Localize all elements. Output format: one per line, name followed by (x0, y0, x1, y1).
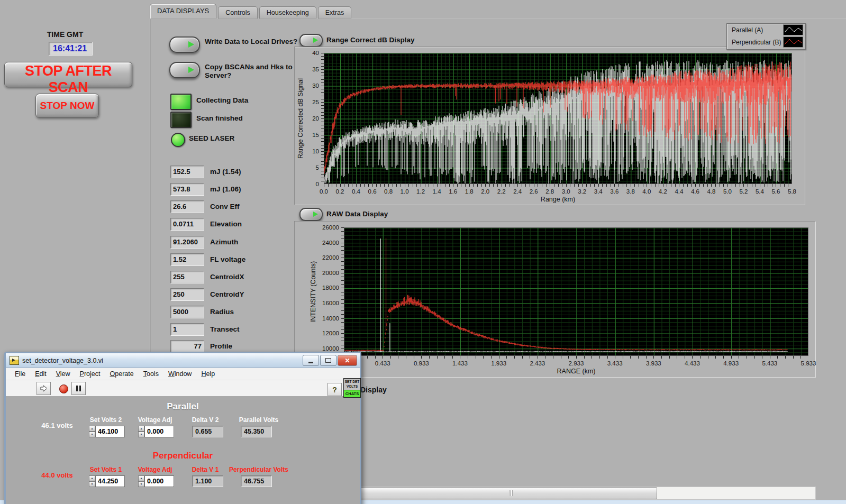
x-tick-label: 4.433 (685, 360, 700, 366)
vi-toolbar: ? (6, 380, 360, 397)
tab-extras[interactable]: Extras (318, 6, 351, 19)
collecting-data-led (170, 94, 192, 110)
spinner-up-icon[interactable]: ▲ (138, 475, 144, 481)
x-tick-label: 5.433 (762, 360, 777, 366)
x-tick-label: 5.933 (801, 360, 816, 366)
x-tick-label: 0.6 (368, 188, 377, 195)
y-tick-label: 18000 (322, 285, 339, 291)
spinner: ▲▼ (138, 475, 144, 487)
run-arrow-icon (40, 385, 48, 392)
green-arrow-icon (188, 41, 194, 48)
legend-row-parallel[interactable]: Parallel (A) (727, 24, 805, 36)
x-tick-label: 3.8 (626, 188, 635, 195)
menu-item-window[interactable]: Window (163, 370, 196, 378)
spinner-down-icon[interactable]: ▼ (89, 481, 95, 487)
voltage-adj-control: ▲▼ (138, 475, 174, 487)
tab-controls[interactable]: Controls (218, 6, 258, 19)
y-tick-label: 12000 (322, 330, 339, 336)
x-axis-tick-marks (344, 356, 808, 359)
tab-strip: DATA DISPLAYSControlsHousekeepingExtras (150, 4, 353, 19)
vi-title-bar[interactable]: set_detector_voltage_3.0.vi ✕ (6, 353, 360, 368)
maximize-icon (325, 358, 331, 363)
set-det-volts-badge: SET DET VOLTS (343, 378, 361, 391)
legend-perpendicular-line-icon (783, 36, 803, 48)
field-value-mj-1-06: 573.8 (170, 183, 204, 196)
menu-item-operate[interactable]: Operate (105, 370, 139, 378)
stop-now-button[interactable]: STOP NOW (35, 94, 99, 118)
set-volts-1-input[interactable] (95, 475, 125, 487)
y-tick-label: 10 (312, 148, 319, 154)
horizontal-scrollbar[interactable] (358, 487, 816, 500)
close-button[interactable]: ✕ (338, 355, 357, 366)
x-tick-label: 5.4 (756, 188, 764, 195)
tab-housekeeping[interactable]: Housekeeping (259, 6, 316, 19)
spinner-down-icon[interactable]: ▼ (138, 481, 144, 487)
help-button[interactable]: ? (328, 383, 342, 396)
pause-icon (76, 386, 81, 391)
abort-icon[interactable] (59, 384, 68, 393)
menu-item-view[interactable]: View (51, 370, 75, 378)
field-row-conv-eff: 26.6Conv Eff (170, 200, 240, 213)
spinner-up-icon[interactable]: ▲ (89, 426, 95, 432)
voltage-adj-input[interactable] (144, 426, 174, 437)
legend-row-perpendicular[interactable]: Perpendicular (B) (727, 36, 805, 48)
x-tick-label: 2.0 (481, 188, 489, 195)
range-correct-display-toggle[interactable] (299, 34, 323, 47)
x-tick-label: 5.8 (788, 188, 796, 195)
menu-item-edit[interactable]: Edit (30, 370, 51, 378)
scrollbar-thumb[interactable] (359, 487, 657, 499)
spinner: ▲▼ (89, 426, 95, 437)
set-volts-2-input[interactable] (95, 426, 125, 437)
x-tick-label: 0.8 (384, 188, 393, 195)
x-tick-label: 2.4 (513, 188, 522, 195)
parallel-volts-label: Parallel Volts (222, 416, 296, 424)
spinner-down-icon[interactable]: ▼ (138, 432, 144, 437)
field-row-mj-1-06: 573.8mJ (1.06) (170, 183, 241, 196)
field-row-centroidx: 255CentroidX (170, 271, 244, 283)
field-label-conv-eff: Conv Eff (210, 200, 240, 213)
maximize-button[interactable] (320, 355, 336, 366)
y-tick-label: 10000 (322, 345, 339, 352)
x-tick-label: 3.6 (610, 188, 618, 195)
scan-finished-label: Scan finished (196, 112, 243, 123)
pause-button[interactable] (71, 382, 86, 395)
menu-item-help[interactable]: Help (196, 370, 220, 378)
y-tick-label: 26000 (322, 224, 339, 231)
copy-bscans-toggle[interactable] (169, 62, 200, 78)
spinner-up-icon[interactable]: ▲ (89, 475, 95, 481)
write-data-toggle[interactable] (169, 36, 200, 53)
run-button[interactable] (37, 382, 51, 395)
stop-after-scan-button[interactable]: STOP AFTER SCAN (4, 62, 132, 87)
spinner-up-icon[interactable]: ▲ (138, 426, 144, 432)
plot-legend[interactable]: Parallel (A) Perpendicular (B) (726, 23, 806, 50)
minimize-button[interactable] (303, 355, 319, 366)
range-correct-plot-area (324, 53, 792, 184)
field-row-profile: 77Profile (170, 340, 232, 353)
seed-laser-led (171, 133, 185, 147)
y-tick-label: 24000 (322, 240, 339, 246)
spinner-down-icon[interactable]: ▼ (89, 432, 95, 437)
raw-data-plot-area (344, 227, 808, 356)
voltage-adj-input[interactable] (144, 475, 174, 487)
field-value-fl-voltage: 1.52 (170, 253, 204, 266)
collecting-data-row: Collecting Data (170, 94, 248, 110)
x-tick-label: 3.0 (562, 188, 570, 195)
x-tick-label: 1.8 (465, 188, 474, 195)
range-correct-xlabel: Range (km) (541, 196, 575, 203)
y-tick-label: 0 (316, 181, 319, 187)
green-arrow-icon (313, 38, 318, 43)
raw-data-display-toggle[interactable] (299, 208, 323, 221)
tab-data-displays[interactable]: DATA DISPLAYS (150, 4, 216, 19)
x-tick-label: 3.933 (646, 360, 661, 366)
field-label-mj-1-06: mJ (1.06) (210, 183, 241, 196)
menu-item-project[interactable]: Project (75, 370, 105, 378)
field-value-profile: 77 (170, 340, 204, 353)
field-label-profile: Profile (210, 340, 232, 353)
close-icon: ✕ (344, 357, 350, 364)
range-correct-chart: Range Corrected dB Signal Range (km) 0.0… (324, 53, 792, 184)
voltage-adj-control: ▲▼ (138, 426, 174, 437)
menu-item-file[interactable]: File (10, 370, 30, 378)
set-volts-1-control: ▲▼ (89, 475, 125, 487)
write-data-toggle-row: Write Data to Local Drives? (169, 36, 310, 53)
menu-item-tools[interactable]: Tools (139, 370, 163, 378)
